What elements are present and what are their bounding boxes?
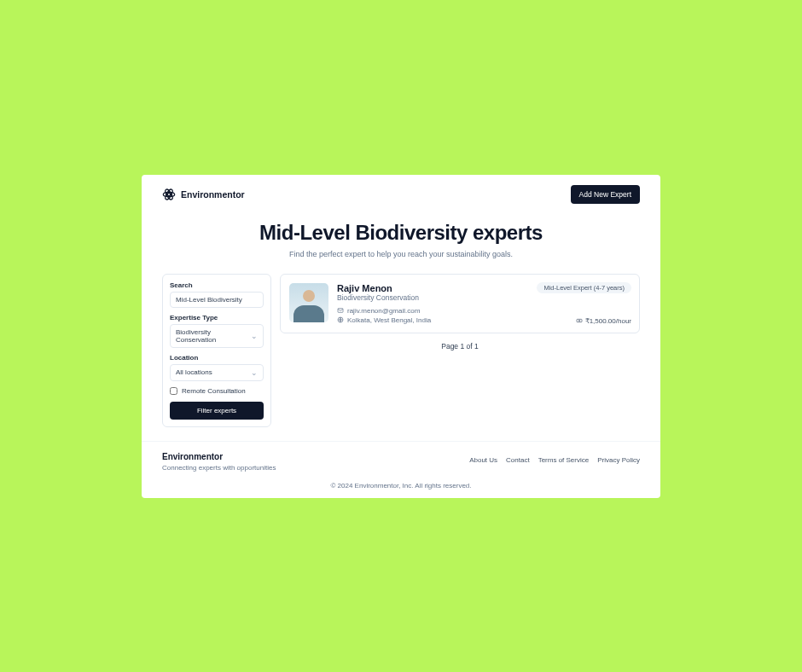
svg-point-0 [167, 193, 170, 195]
expertise-select[interactable]: Biodiversity Conservation ⌄ [170, 324, 264, 348]
remote-checkbox[interactable] [170, 387, 177, 395]
filter-sidebar: Search Expertise Type Biodiversity Conse… [162, 274, 271, 427]
page-title: Mid-Level Biodiversity experts [162, 221, 640, 245]
footer-brand-block: Environmentor Connecting experts with op… [162, 452, 276, 472]
hero: Mid-Level Biodiversity experts Find the … [142, 214, 660, 274]
chevron-down-icon: ⌄ [251, 332, 258, 340]
content: Search Expertise Type Biodiversity Conse… [142, 274, 660, 441]
rate-row: ₹1,500.00/hour [576, 317, 631, 325]
pagination: Page 1 of 1 [280, 333, 640, 359]
expertise-label: Expertise Type [170, 314, 264, 322]
page-subtitle: Find the perfect expert to help you reac… [162, 250, 640, 258]
location-value: All locations [176, 368, 212, 376]
copyright: © 2024 Environmentor, Inc. All rights re… [162, 482, 640, 490]
svg-rect-6 [577, 319, 582, 322]
header: Environmentor Add New Expert [142, 175, 660, 214]
footer-link-contact[interactable]: Contact [506, 456, 530, 464]
avatar [289, 283, 328, 322]
footer-brand: Environmentor [162, 452, 276, 461]
expert-email: rajiv.menon@gmail.com [347, 307, 420, 315]
logo-icon [162, 188, 176, 201]
chevron-down-icon: ⌄ [251, 368, 258, 377]
results: Rajiv Menon Biodiversity Conservation ra… [280, 274, 640, 359]
globe-icon [337, 316, 344, 323]
footer: Environmentor Connecting experts with op… [142, 441, 660, 498]
search-input[interactable] [170, 292, 264, 308]
remote-label: Remote Consultation [182, 387, 246, 395]
brand-name: Environmentor [181, 189, 245, 200]
footer-top: Environmentor Connecting experts with op… [162, 452, 640, 472]
app-window: Environmentor Add New Expert Mid-Level B… [142, 175, 660, 498]
footer-link-privacy[interactable]: Privacy Policy [597, 456, 640, 464]
rate-value: ₹1,500.00/hour [585, 317, 631, 325]
svg-point-7 [578, 320, 579, 321]
expert-email-row: rajiv.menon@gmail.com [337, 307, 631, 315]
location-select[interactable]: All locations ⌄ [170, 364, 264, 381]
mail-icon [337, 307, 344, 314]
footer-link-terms[interactable]: Terms of Service [538, 456, 590, 464]
search-label: Search [170, 281, 264, 289]
remote-checkbox-row: Remote Consultation [170, 387, 264, 395]
expert-field: Biodiversity Conservation [337, 293, 631, 302]
footer-link-about[interactable]: About Us [469, 456, 497, 464]
experience-badge: Mid-Level Expert (4-7 years) [537, 282, 631, 293]
filter-button[interactable]: Filter experts [170, 402, 264, 420]
footer-links: About Us Contact Terms of Service Privac… [469, 456, 640, 464]
expertise-value: Biodiversity Conservation [176, 328, 251, 344]
expert-card[interactable]: Rajiv Menon Biodiversity Conservation ra… [280, 274, 640, 333]
expert-location: Kolkata, West Bengal, India [347, 316, 431, 324]
add-expert-button[interactable]: Add New Expert [571, 185, 640, 204]
brand: Environmentor [162, 188, 245, 201]
banknote-icon [576, 317, 583, 324]
location-label: Location [170, 354, 264, 362]
footer-tagline: Connecting experts with opportunities [162, 464, 276, 472]
